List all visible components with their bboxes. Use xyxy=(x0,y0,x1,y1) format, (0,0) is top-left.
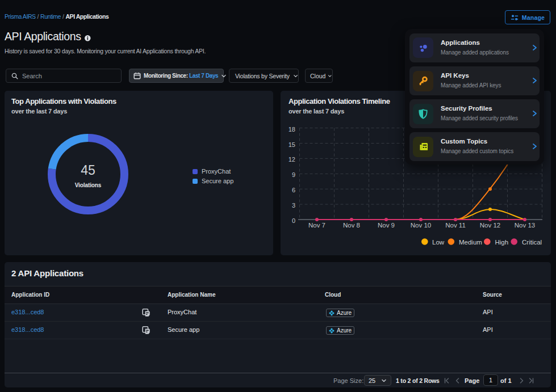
svg-text:Medium: Medium xyxy=(459,239,482,246)
svg-text:Nov 7: Nov 7 xyxy=(308,222,325,229)
svg-text:12: 12 xyxy=(289,156,295,163)
svg-text:Low: Low xyxy=(432,239,445,246)
svg-text:Nov 13: Nov 13 xyxy=(515,222,535,229)
svg-text:Nov 10: Nov 10 xyxy=(411,222,431,229)
svg-text:9: 9 xyxy=(292,171,295,178)
svg-text:6: 6 xyxy=(292,187,295,193)
svg-text:Nov 11: Nov 11 xyxy=(445,222,466,229)
svg-text:0: 0 xyxy=(292,217,295,224)
svg-text:Nov 8: Nov 8 xyxy=(343,222,360,229)
svg-text:18: 18 xyxy=(289,126,295,133)
svg-text:Nov 12: Nov 12 xyxy=(480,222,500,229)
svg-text:Critical: Critical xyxy=(522,239,542,246)
svg-text:Nov 9: Nov 9 xyxy=(378,222,395,229)
svg-text:15: 15 xyxy=(289,141,295,148)
svg-text:High: High xyxy=(495,239,509,246)
svg-text:3: 3 xyxy=(292,202,295,209)
